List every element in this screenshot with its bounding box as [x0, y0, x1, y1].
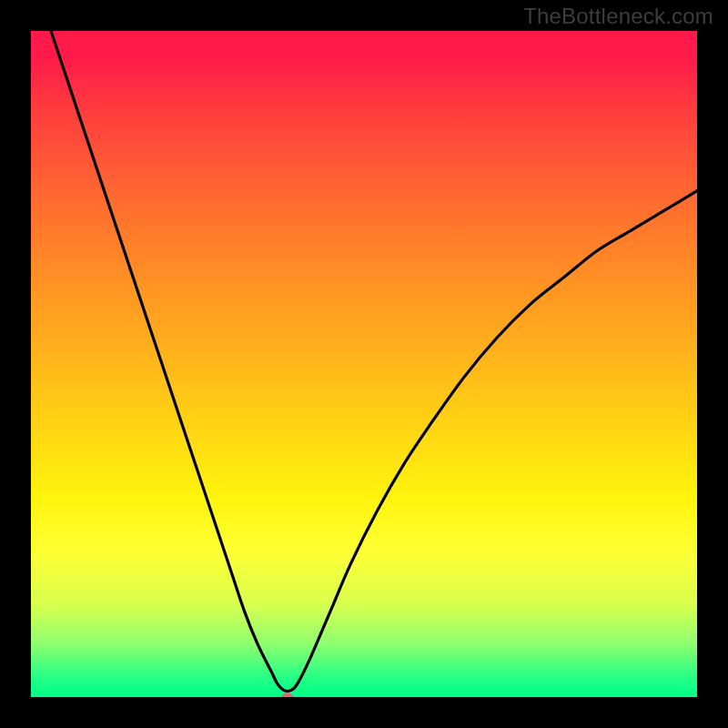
- plot-area: [31, 31, 697, 697]
- curve-path: [51, 31, 697, 692]
- optimum-marker: [281, 693, 293, 698]
- bottleneck-curve: [31, 31, 697, 697]
- watermark-text: TheBottleneck.com: [523, 4, 713, 29]
- chart-frame: TheBottleneck.com: [0, 0, 728, 728]
